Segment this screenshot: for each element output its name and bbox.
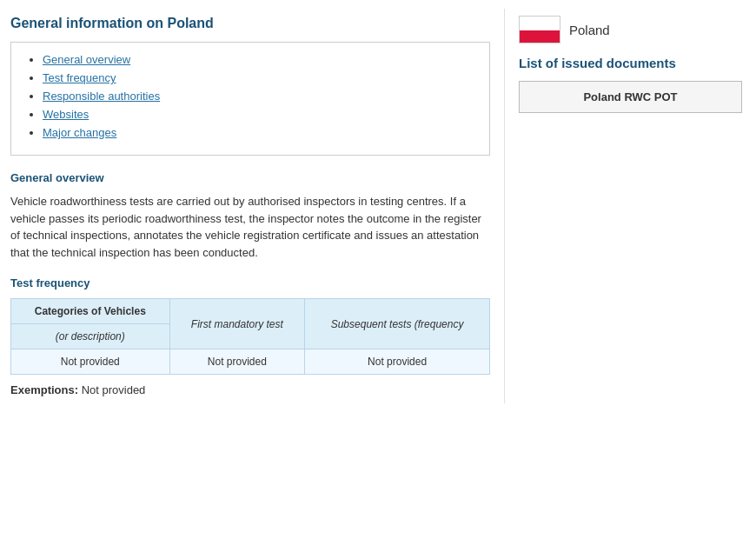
exemptions-label: Exemptions:: [10, 383, 78, 396]
main-content: General information on Poland General ov…: [0, 9, 504, 403]
cell-subsequent: Not provided: [305, 349, 490, 375]
col-header-first-test: First mandatory test: [169, 299, 305, 349]
sidebar-section-title: List of issued documents: [519, 56, 742, 70]
toc-link-test-frequency[interactable]: Test frequency: [43, 71, 116, 84]
exemptions-value: Not provided: [82, 383, 146, 396]
table-row: Not provided Not provided Not provided: [11, 349, 490, 375]
flag-red-stripe: [520, 30, 560, 43]
document-button[interactable]: Poland RWC POT: [519, 81, 742, 113]
toc-list: General overview Test frequency Responsi…: [25, 53, 475, 139]
toc-box: General overview Test frequency Responsi…: [10, 42, 490, 156]
exemptions-line: Exemptions: Not provided: [10, 383, 490, 396]
test-frequency-section: Test frequency Categories of Vehicles Fi…: [10, 276, 490, 396]
toc-link-major-changes[interactable]: Major changes: [43, 126, 116, 139]
page-title: General information on Poland: [10, 16, 490, 31]
cell-categories: Not provided: [11, 349, 170, 375]
toc-link-responsible-authorities[interactable]: Responsible authorities: [43, 90, 160, 103]
toc-item-major-changes: Major changes: [43, 126, 475, 139]
test-frequency-title: Test frequency: [10, 276, 490, 289]
table-header-row-1: Categories of Vehicles First mandatory t…: [11, 299, 490, 324]
col-header-categories: Categories of Vehicles: [11, 299, 170, 324]
poland-flag: [519, 16, 560, 43]
flag-white-stripe: [520, 17, 560, 30]
general-overview-section: General overview Vehicle roadworthiness …: [10, 171, 490, 261]
toc-item-responsible-authorities: Responsible authorities: [43, 90, 475, 103]
country-name: Poland: [569, 23, 610, 37]
toc-item-websites: Websites: [43, 108, 475, 121]
toc-item-test-frequency: Test frequency: [43, 71, 475, 84]
sidebar: Poland List of issued documents Poland R…: [504, 9, 756, 403]
toc-item-general-overview: General overview: [43, 53, 475, 66]
flag-row: Poland: [519, 16, 742, 43]
col-subheader-description: (or description): [11, 324, 170, 349]
toc-link-websites[interactable]: Websites: [43, 108, 89, 121]
cell-first-test: Not provided: [169, 349, 305, 375]
test-frequency-table: Categories of Vehicles First mandatory t…: [10, 298, 490, 375]
col-header-subsequent: Subsequent tests (frequency: [305, 299, 490, 349]
general-overview-title: General overview: [10, 171, 490, 184]
toc-link-general-overview[interactable]: General overview: [43, 53, 130, 66]
general-overview-body: Vehicle roadworthiness tests are carried…: [10, 193, 490, 261]
